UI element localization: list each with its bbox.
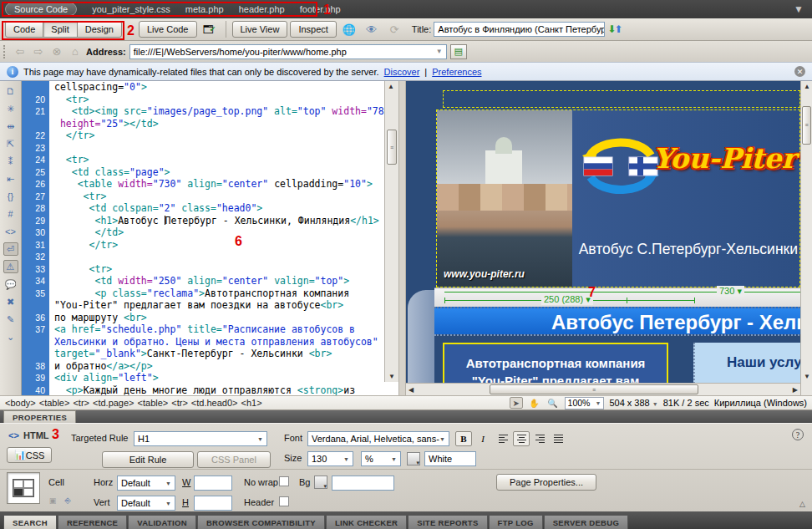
tag-selector-item[interactable]: <tr> <box>73 398 89 408</box>
w-input[interactable] <box>194 476 232 491</box>
results-tab-server-debug[interactable]: SERVER DEBUG <box>544 515 628 529</box>
zoom-tool-icon[interactable]: 🔍 <box>546 397 560 409</box>
results-tab-browser-compatibility[interactable]: BROWSER COMPATIBILITY <box>197 515 325 529</box>
align-right-button[interactable] <box>531 431 548 446</box>
collapse-selection-icon[interactable]: ⇱ <box>3 137 18 150</box>
collapse-arrow-icon[interactable]: ▲ <box>388 83 394 90</box>
code-line[interactable]: 31 </tr> <box>22 239 384 252</box>
design-view[interactable]: www.you-piter.ru <box>406 81 812 395</box>
source-code-tab[interactable]: Source Code <box>5 3 77 16</box>
preferences-link[interactable]: Preferences <box>432 67 481 77</box>
tag-selector-item[interactable]: <body> <box>5 398 36 408</box>
code-line[interactable]: 37<a href="schedule.php" title="Расписан… <box>22 323 384 336</box>
split-view-button[interactable]: Split <box>43 21 77 38</box>
text-color-swatch[interactable]: ▾ <box>407 452 420 465</box>
hand-tool-icon[interactable]: ✋ <box>528 397 541 409</box>
h-input[interactable] <box>194 496 232 511</box>
zoom-level-select[interactable]: 100%▼ <box>565 397 605 409</box>
code-line[interactable]: 25 <td class="page"> <box>22 166 384 179</box>
edit-rule-button[interactable]: Edit Rule <box>102 451 194 468</box>
select-tool-icon[interactable]: ➤ <box>510 397 523 409</box>
check-browser-compat-icon[interactable]: 🗔✔ <box>200 21 220 38</box>
code-line[interactable]: 36по маршруту <br> <box>22 312 384 324</box>
code-line[interactable]: 26 <table width="730" align="center" cel… <box>22 178 384 191</box>
code-line[interactable]: height="25"></td> <box>22 118 384 130</box>
related-file-tab[interactable]: you_piter_style.css <box>92 4 170 14</box>
refresh-icon[interactable]: ⟳ <box>384 21 404 38</box>
split-cell-icon[interactable]: ⎆ <box>62 496 74 506</box>
code-line[interactable]: 38и обратно</a></p> <box>22 360 384 373</box>
close-icon[interactable]: ✕ <box>794 66 805 77</box>
results-tab-ftp-log[interactable]: FTP LOG <box>489 515 543 529</box>
code-line[interactable]: "You-Piter" предлагает вам поездки на ав… <box>22 299 384 312</box>
forward-icon[interactable]: ⇨ <box>31 45 46 58</box>
code-line[interactable]: 35 <p class="reclama">Автотранспортная к… <box>22 287 384 300</box>
italic-button[interactable]: I <box>475 431 491 446</box>
filter-icon[interactable]: ▼ <box>794 3 805 15</box>
results-tab-reference[interactable]: REFERENCE <box>58 515 127 529</box>
results-tab-validation[interactable]: VALIDATION <box>128 515 196 529</box>
vert-select[interactable]: Default▼ <box>117 496 175 511</box>
results-tab-search[interactable]: SEARCH <box>3 515 57 529</box>
scroll-down-icon[interactable]: ▼ <box>388 373 395 380</box>
address-input[interactable]: file:///E|/WebServers/home/you-piter/www… <box>129 44 447 59</box>
unit-select[interactable]: %▼ <box>361 451 401 466</box>
select-parent-tag-icon[interactable]: ⇤ <box>3 172 18 186</box>
word-wrap-icon[interactable]: ⏎ <box>3 242 18 256</box>
code-line[interactable]: 27 <tr> <box>22 191 384 203</box>
syntax-error-alerts-icon[interactable]: ⚠ <box>3 260 18 273</box>
home-icon[interactable]: ⌂ <box>68 45 83 58</box>
tag-selector-item[interactable]: <h1> <box>241 398 262 408</box>
highlight-invalid-icon[interactable]: <> <box>3 225 18 238</box>
properties-tab[interactable]: PROPERTIES <box>3 410 76 423</box>
pane-splitter[interactable] <box>398 81 406 395</box>
code-line[interactable]: 30 </td> <box>22 226 384 239</box>
discover-link[interactable]: Discover <box>384 67 420 77</box>
expand-all-icon[interactable]: ⁑ <box>3 155 18 168</box>
window-size-select[interactable]: 504 x 388 ▼ <box>609 398 657 408</box>
code-line[interactable]: 32 <box>22 251 384 263</box>
collapse-full-tag-icon[interactable]: ⇹ <box>3 120 18 133</box>
table-width-730[interactable]: 730 ▾ <box>717 286 744 297</box>
file-management-icon[interactable]: ⬇⬆ <box>607 23 621 35</box>
table-width-bar[interactable]: 730 ▾ 250 (288) ▾ <box>434 287 812 307</box>
related-file-tab[interactable]: footer.php <box>300 4 341 14</box>
tag-selector-item[interactable]: <td.head0> <box>191 398 238 408</box>
bg-color-input[interactable] <box>332 476 394 491</box>
panel-collapse-icon[interactable]: △ <box>799 500 805 508</box>
css-mode-button[interactable]: 📊 CSS <box>7 447 52 463</box>
code-line[interactable]: target="_blank">Санкт-Петербург - Хельси… <box>22 348 384 360</box>
bold-button[interactable]: B <box>455 431 472 446</box>
results-tab-link-checker[interactable]: LINK CHECKER <box>326 515 407 529</box>
targeted-rule-select[interactable]: H1▼ <box>134 431 267 446</box>
validate-icon[interactable]: 👁 <box>362 21 382 38</box>
preview-browser-icon[interactable]: 🌐 <box>339 21 359 38</box>
design-empty-row[interactable] <box>443 90 800 108</box>
code-editor[interactable]: cellspacing="0">20 <tr>21 <td><img src="… <box>22 81 384 395</box>
back-icon[interactable]: ⇦ <box>13 45 28 58</box>
nowrap-checkbox[interactable] <box>279 476 289 486</box>
css-panel-button[interactable]: CSS Panel <box>197 451 271 468</box>
tag-selector-item[interactable]: <table> <box>138 398 169 408</box>
header-checkbox[interactable] <box>279 496 289 506</box>
page-properties-button[interactable]: Page Properties... <box>496 474 596 491</box>
code-line[interactable]: 34 <td width="250" align="center" valign… <box>22 275 384 287</box>
merge-cells-icon[interactable]: ▣ <box>47 496 58 506</box>
live-view-button[interactable]: Live View <box>232 21 288 38</box>
tag-selector-item[interactable]: <table> <box>39 398 70 408</box>
tag-selector-item[interactable]: <tr> <box>171 398 188 408</box>
size-select[interactable]: 130▼ <box>307 451 353 466</box>
balance-braces-icon[interactable]: {} <box>3 190 18 203</box>
justify-button[interactable] <box>550 431 566 446</box>
related-file-tab[interactable]: meta.php <box>185 4 224 14</box>
more-icon[interactable]: ⌄ <box>3 330 18 343</box>
toolbar-grip[interactable] <box>3 45 8 58</box>
design-h-scrollbar[interactable]: ◀ ≡ ▶ <box>406 383 800 395</box>
code-navigator-icon[interactable]: ✳ <box>3 102 18 115</box>
open-documents-icon[interactable]: 🗋 <box>3 84 18 98</box>
text-color-input[interactable]: White <box>424 451 476 466</box>
code-line[interactable]: 24 <tr> <box>22 154 384 166</box>
code-scroll-thumb[interactable]: ≡ <box>387 130 397 165</box>
apply-comment-icon[interactable]: 💬 <box>3 277 18 291</box>
html-mode-button[interactable]: HTML <box>23 430 49 440</box>
